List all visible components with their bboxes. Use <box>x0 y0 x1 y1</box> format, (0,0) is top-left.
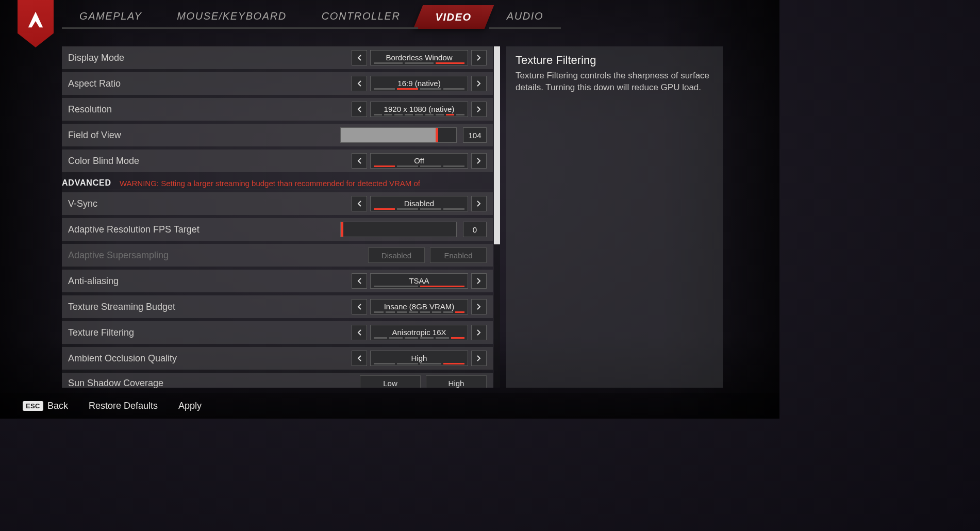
next-button[interactable] <box>471 102 487 117</box>
fov-value: 104 <box>463 127 487 143</box>
next-button[interactable] <box>471 76 487 91</box>
setting-label: Aspect Ratio <box>68 78 352 89</box>
option-high[interactable]: High <box>426 375 487 388</box>
tab-label: VIDEO <box>436 11 472 23</box>
setting-adaptive-supersampling: Adaptive Supersampling Disabled Enabled <box>62 244 493 267</box>
top-nav: GAMEPLAY MOUSE/KEYBOARD CONTROLLER VIDEO… <box>0 0 779 31</box>
prev-button[interactable] <box>352 299 367 314</box>
tab-controller[interactable]: CONTROLLER <box>304 5 418 29</box>
esc-keycap: ESC <box>23 401 43 411</box>
next-button[interactable] <box>471 299 487 314</box>
tab-label: GAMEPLAY <box>79 10 142 22</box>
setting-label: Display Mode <box>68 53 352 63</box>
setting-label: Adaptive Resolution FPS Target <box>68 224 340 235</box>
game-logo <box>0 0 62 49</box>
setting-value[interactable]: High <box>370 351 468 366</box>
setting-label: Resolution <box>68 104 352 115</box>
setting-texture-streaming-budget[interactable]: Texture Streaming Budget Insane (8GB VRA… <box>62 295 493 318</box>
setting-label: Sun Shadow Coverage <box>68 378 360 388</box>
scrollbar-thumb[interactable] <box>494 46 500 244</box>
apply-button[interactable]: Apply <box>178 401 202 411</box>
setting-value[interactable]: TSAA <box>370 273 468 289</box>
setting-sun-shadow-coverage[interactable]: Sun Shadow Coverage Low High <box>62 373 493 388</box>
setting-ambient-occlusion[interactable]: Ambient Occlusion Quality High <box>62 347 493 370</box>
info-description: Texture Filtering controls the sharpness… <box>516 70 713 94</box>
setting-label: Field of View <box>68 130 340 141</box>
prev-button[interactable] <box>352 102 367 117</box>
tab-audio[interactable]: AUDIO <box>489 5 561 29</box>
setting-label: Anti-aliasing <box>68 276 352 287</box>
setting-value[interactable]: Borderless Window <box>370 50 468 65</box>
setting-anti-aliasing[interactable]: Anti-aliasing TSAA <box>62 270 493 292</box>
setting-label: Texture Filtering <box>68 327 352 338</box>
footer-bar: ESC Back Restore Defaults Apply <box>0 393 779 419</box>
info-title: Texture Filtering <box>516 54 713 67</box>
next-button[interactable] <box>471 153 487 169</box>
setting-vsync[interactable]: V-Sync Disabled <box>62 192 493 215</box>
prev-button[interactable] <box>352 76 367 91</box>
setting-value[interactable]: Disabled <box>370 196 468 211</box>
setting-resolution[interactable]: Resolution 1920 x 1080 (native) <box>62 98 493 121</box>
setting-label: Ambient Occlusion Quality <box>68 353 352 364</box>
setting-value[interactable]: 1920 x 1080 (native) <box>370 102 468 117</box>
apply-label: Apply <box>178 401 202 411</box>
adaptive-fps-slider[interactable] <box>340 222 457 237</box>
tab-video[interactable]: VIDEO <box>418 5 489 29</box>
prev-button[interactable] <box>352 351 367 366</box>
prev-button[interactable] <box>352 325 367 340</box>
setting-label: V-Sync <box>68 198 352 209</box>
scrollbar[interactable] <box>494 46 500 388</box>
settings-tabs: GAMEPLAY MOUSE/KEYBOARD CONTROLLER VIDEO… <box>62 5 779 29</box>
back-label: Back <box>47 401 68 411</box>
back-button[interactable]: ESC Back <box>23 401 68 411</box>
tab-label: CONTROLLER <box>322 10 401 22</box>
info-panel: Texture Filtering Texture Filtering cont… <box>506 46 723 388</box>
option-low[interactable]: Low <box>360 375 421 388</box>
next-button[interactable] <box>471 325 487 340</box>
apex-logo-icon <box>18 0 54 47</box>
restore-defaults-button[interactable]: Restore Defaults <box>89 401 158 411</box>
section-title: ADVANCED <box>62 178 111 188</box>
vram-warning: WARNING: Setting a larger streaming budg… <box>120 179 420 188</box>
setting-adaptive-fps-target[interactable]: Adaptive Resolution FPS Target 0 <box>62 218 493 241</box>
tab-label: MOUSE/KEYBOARD <box>177 10 286 22</box>
setting-texture-filtering[interactable]: Texture Filtering Anisotropic 16X <box>62 321 493 344</box>
next-button[interactable] <box>471 351 487 366</box>
tab-label: AUDIO <box>507 10 543 22</box>
setting-aspect-ratio[interactable]: Aspect Ratio 16:9 (native) <box>62 72 493 95</box>
adaptive-fps-value: 0 <box>463 222 487 237</box>
prev-button[interactable] <box>352 273 367 289</box>
advanced-section-header: ADVANCED WARNING: Setting a larger strea… <box>62 175 493 190</box>
setting-value[interactable]: 16:9 (native) <box>370 76 468 91</box>
fov-slider[interactable] <box>340 127 457 143</box>
setting-field-of-view[interactable]: Field of View 104 <box>62 124 493 146</box>
setting-label: Adaptive Supersampling <box>68 250 368 261</box>
next-button[interactable] <box>471 273 487 289</box>
setting-value[interactable]: Off <box>370 153 468 169</box>
prev-button[interactable] <box>352 196 367 211</box>
prev-button[interactable] <box>352 153 367 169</box>
setting-label: Texture Streaming Budget <box>68 302 352 312</box>
settings-list: Display Mode Borderless Window Aspect Ra… <box>62 46 500 388</box>
setting-display-mode[interactable]: Display Mode Borderless Window <box>62 46 493 69</box>
tab-mouse-keyboard[interactable]: MOUSE/KEYBOARD <box>159 5 304 29</box>
setting-label: Color Blind Mode <box>68 156 352 167</box>
tab-gameplay[interactable]: GAMEPLAY <box>62 5 159 29</box>
option-enabled: Enabled <box>430 247 487 263</box>
restore-label: Restore Defaults <box>89 401 158 411</box>
setting-value[interactable]: Insane (8GB VRAM) <box>370 299 468 314</box>
prev-button[interactable] <box>352 50 367 65</box>
next-button[interactable] <box>471 196 487 211</box>
next-button[interactable] <box>471 50 487 65</box>
setting-color-blind-mode[interactable]: Color Blind Mode Off <box>62 150 493 172</box>
option-disabled: Disabled <box>368 247 425 263</box>
setting-value[interactable]: Anisotropic 16X <box>370 325 468 340</box>
